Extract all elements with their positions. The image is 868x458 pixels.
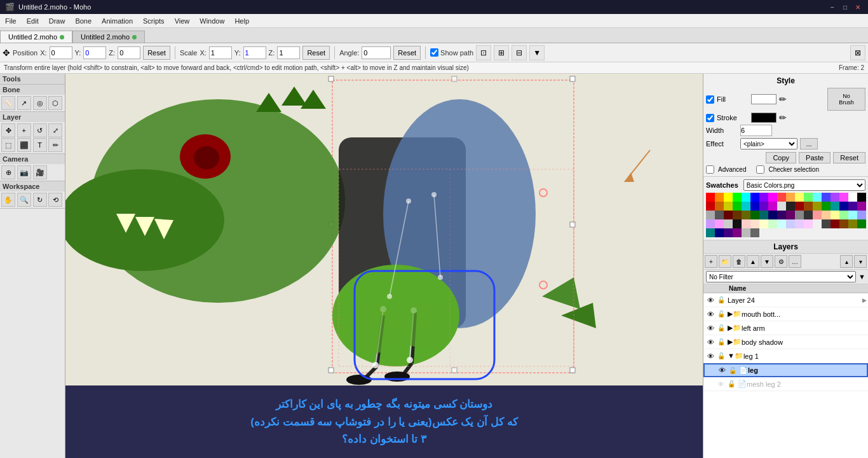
layer-down-btn[interactable]: ▼ — [761, 255, 773, 268]
show-path-checkbox[interactable] — [430, 48, 438, 57]
menu-animation[interactable]: Animation — [97, 16, 138, 26]
color-cell-22[interactable] — [742, 202, 750, 211]
color-cell-70[interactable] — [848, 219, 857, 228]
color-cell-39[interactable] — [733, 211, 742, 219]
color-cell-43[interactable] — [768, 211, 777, 219]
sz-input[interactable] — [277, 46, 300, 59]
layer-row-leftarm[interactable]: 👁 🔓 ▶📁 left arm — [703, 321, 868, 335]
layer-scroll-down[interactable]: ▾ — [854, 255, 867, 268]
bone-tool-3[interactable]: ◎ — [33, 96, 47, 110]
color-cell-68[interactable] — [831, 219, 839, 228]
stroke-checkbox[interactable] — [706, 114, 714, 122]
fill-edit-icon[interactable]: ✏ — [779, 94, 787, 104]
cam-tool-3[interactable]: 🎥 — [33, 165, 47, 179]
toolbar-icon-3[interactable]: ⊟ — [512, 45, 527, 60]
color-cell-61[interactable] — [768, 219, 777, 228]
color-cell-35[interactable] — [857, 202, 866, 211]
menu-view[interactable]: View — [170, 16, 195, 26]
menu-scripts[interactable]: Scripts — [138, 16, 170, 26]
layer-tool-scale[interactable]: ⤢ — [48, 123, 62, 137]
layer-tool-add[interactable]: + — [17, 123, 31, 137]
ws-tool-reset[interactable]: ⟲ — [48, 193, 62, 207]
advanced-checkbox[interactable] — [706, 165, 714, 174]
layer-more-btn[interactable]: … — [789, 255, 801, 268]
maximize-button[interactable]: □ — [840, 2, 850, 12]
color-cell-28[interactable] — [795, 202, 804, 211]
color-cell-57[interactable] — [733, 219, 742, 228]
color-cell-47[interactable] — [804, 211, 813, 219]
color-cell-46[interactable] — [795, 211, 804, 219]
color-cell-1[interactable] — [715, 193, 724, 202]
color-cell-26[interactable] — [777, 202, 786, 211]
sy-input[interactable] — [243, 46, 266, 59]
layer-eye-4[interactable]: 👁 — [705, 337, 716, 348]
bone-tool-1[interactable]: 🦴 — [1, 96, 15, 110]
color-cell-0[interactable] — [706, 193, 715, 202]
window-controls[interactable]: − □ ✕ — [827, 2, 863, 12]
color-cell-37[interactable] — [715, 211, 724, 219]
color-cell-32[interactable] — [831, 202, 839, 211]
color-cell-75[interactable] — [733, 228, 742, 237]
fill-checkbox[interactable] — [706, 95, 714, 104]
layer-tool-5[interactable]: ⬚ — [1, 138, 15, 152]
color-cell-45[interactable] — [786, 211, 795, 219]
color-cell-73[interactable] — [715, 228, 724, 237]
color-cell-21[interactable] — [733, 202, 742, 211]
color-cell-58[interactable] — [742, 219, 750, 228]
layer-eye-2[interactable]: 👁 — [705, 309, 716, 320]
color-cell-67[interactable] — [822, 219, 831, 228]
layer-row-layer24[interactable]: 👁 🔓 Layer 24 ▶ — [703, 293, 868, 307]
color-cell-55[interactable] — [715, 219, 724, 228]
tab-2[interactable]: Untitled 2.moho — [72, 31, 145, 43]
color-cell-16[interactable] — [848, 193, 857, 202]
color-cell-14[interactable] — [831, 193, 839, 202]
toolbar-dropdown[interactable]: ▼ — [529, 45, 545, 60]
color-cell-36[interactable] — [706, 211, 715, 219]
color-cell-13[interactable] — [822, 193, 831, 202]
color-cell-62[interactable] — [777, 219, 786, 228]
color-cell-51[interactable] — [839, 211, 848, 219]
color-cell-60[interactable] — [759, 219, 768, 228]
menu-window[interactable]: Window — [194, 16, 229, 26]
stroke-edit-icon[interactable]: ✏ — [779, 113, 787, 123]
color-cell-6[interactable] — [759, 193, 768, 202]
fill-color-swatch[interactable] — [751, 94, 776, 104]
color-cell-50[interactable] — [831, 211, 839, 219]
show-path-group[interactable]: Show path — [430, 48, 473, 57]
layer-scroll-up[interactable]: ▴ — [840, 255, 853, 268]
paste-button[interactable]: Paste — [799, 152, 831, 163]
color-cell-71[interactable] — [857, 219, 866, 228]
minimize-button[interactable]: − — [827, 2, 837, 12]
layer-eye-6[interactable]: 👁 — [716, 364, 728, 376]
color-cell-53[interactable] — [857, 211, 866, 219]
color-cell-17[interactable] — [857, 193, 866, 202]
color-cell-3[interactable] — [733, 193, 742, 202]
layer-tool-rotate[interactable]: ↺ — [33, 123, 47, 137]
color-cell-31[interactable] — [822, 202, 831, 211]
color-cell-25[interactable] — [768, 202, 777, 211]
color-cell-8[interactable] — [777, 193, 786, 202]
reset3-button[interactable]: Reset — [393, 46, 421, 60]
color-cell-9[interactable] — [786, 193, 795, 202]
color-cell-49[interactable] — [822, 211, 831, 219]
color-cell-54[interactable] — [706, 219, 715, 228]
layer-tool-text[interactable]: T — [33, 138, 47, 152]
color-cell-7[interactable] — [768, 193, 777, 202]
layer-row-leg[interactable]: 👁 🔓 📄 leg — [703, 363, 868, 377]
color-cell-27[interactable] — [786, 202, 795, 211]
layer-row-leg1[interactable]: 👁 🔓 ▼📁 leg 1 — [703, 349, 868, 363]
z-input[interactable] — [118, 46, 140, 59]
menu-edit[interactable]: Edit — [22, 16, 44, 26]
menu-help[interactable]: Help — [229, 16, 254, 26]
layer-settings-btn[interactable]: ⚙ — [775, 255, 787, 268]
color-cell-77[interactable] — [750, 228, 759, 237]
color-cell-41[interactable] — [750, 211, 759, 219]
layer-eye-7[interactable]: 👁 — [715, 378, 726, 390]
copy-button[interactable]: Copy — [766, 152, 796, 163]
layer-eye-3[interactable]: 👁 — [705, 323, 716, 334]
effect-more-button[interactable]: ... — [800, 138, 818, 149]
layer-row-meshleg2[interactable]: 👁 🔓 📄 mesh leg 2 — [703, 377, 868, 391]
reset-button[interactable]: Reset — [833, 152, 865, 163]
width-input[interactable] — [740, 125, 772, 136]
color-cell-10[interactable] — [795, 193, 804, 202]
